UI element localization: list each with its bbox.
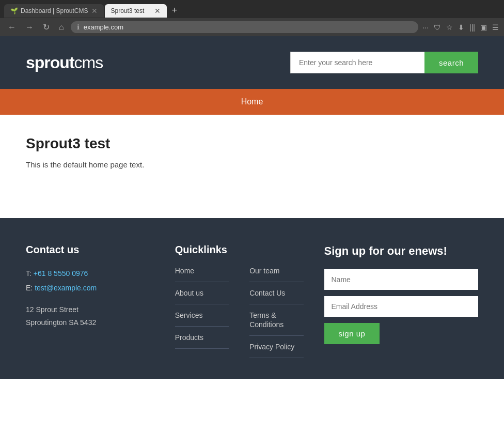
nav-home[interactable]: Home bbox=[241, 97, 263, 106]
list-item: Privacy Policy bbox=[249, 342, 303, 358]
address-line1: 12 Sprout Street bbox=[26, 303, 154, 316]
site-logo: sproutcms bbox=[26, 53, 103, 72]
list-item: Contact Us bbox=[249, 288, 303, 304]
site-nav: Home bbox=[0, 89, 504, 115]
refresh-button[interactable]: ↻ bbox=[40, 21, 52, 33]
footer-contact: Contact us T: +61 8 5550 0976 E: test@ex… bbox=[26, 244, 154, 358]
address-line2: Sproutington SA 5432 bbox=[26, 316, 154, 329]
tab-sprout3[interactable]: Sprout3 test ✕ bbox=[105, 4, 167, 18]
signup-button[interactable]: sign up bbox=[324, 323, 380, 344]
browser-toolbar: ← → ↻ ⌂ ℹ ··· 🛡 ☆ ⬇ ||| ▣ ☰ bbox=[0, 18, 504, 36]
quicklinks-col2: Our team Contact Us Terms & Conditions P… bbox=[249, 266, 303, 358]
list-item: Home bbox=[175, 266, 229, 282]
quicklink-terms[interactable]: Terms & Conditions bbox=[249, 311, 284, 329]
signup-heading: Sign up for our enews! bbox=[324, 244, 479, 259]
address-bar: ℹ bbox=[71, 21, 419, 33]
logo-cms: cms bbox=[74, 53, 103, 72]
website: sproutcms search Home Sprout3 test This … bbox=[0, 36, 504, 379]
tab-close-icon[interactable]: ✕ bbox=[91, 7, 98, 14]
pocket-icon[interactable]: 🛡 bbox=[434, 23, 441, 32]
quicklinks-col1: Home About us Services Products bbox=[175, 266, 229, 358]
library-icon[interactable]: ||| bbox=[469, 23, 475, 32]
quicklink-team[interactable]: Our team bbox=[249, 267, 279, 275]
list-item: About us bbox=[175, 288, 229, 304]
list-item: Terms & Conditions bbox=[249, 311, 303, 336]
footer-quicklinks: Quicklinks Home About us Services Produc… bbox=[175, 244, 304, 358]
phone-label: T: bbox=[26, 269, 32, 278]
menu-icon[interactable]: ☰ bbox=[492, 23, 499, 32]
tab-favicon: 🌱 bbox=[10, 7, 18, 14]
quicklinks-list2: Our team Contact Us Terms & Conditions P… bbox=[249, 266, 303, 358]
tab-close-active-icon[interactable]: ✕ bbox=[154, 7, 161, 14]
toolbar-actions: ··· 🛡 ☆ ⬇ ||| ▣ ☰ bbox=[422, 23, 499, 32]
new-tab-button[interactable]: + bbox=[168, 3, 182, 18]
tab-title: Dashboard | SproutCMS bbox=[21, 7, 88, 14]
email-link[interactable]: test@example.com bbox=[35, 284, 97, 292]
signup-name-input[interactable] bbox=[324, 269, 479, 290]
quicklink-services[interactable]: Services bbox=[175, 311, 203, 319]
browser-chrome: 🌱 Dashboard | SproutCMS ✕ Sprout3 test ✕… bbox=[0, 0, 504, 36]
search-input[interactable] bbox=[290, 52, 424, 73]
page-title: Sprout3 test bbox=[26, 135, 478, 152]
tab-dashboard[interactable]: 🌱 Dashboard | SproutCMS ✕ bbox=[4, 4, 104, 18]
list-item: Services bbox=[175, 311, 229, 327]
quicklink-privacy[interactable]: Privacy Policy bbox=[249, 343, 294, 351]
quicklink-about[interactable]: About us bbox=[175, 289, 203, 297]
contact-address: 12 Sprout Street Sproutington SA 5432 bbox=[26, 303, 154, 329]
quicklinks-cols: Home About us Services Products Our team… bbox=[175, 266, 304, 358]
forward-button[interactable]: → bbox=[23, 22, 36, 33]
info-icon: ℹ bbox=[77, 23, 80, 31]
browser-tabs: 🌱 Dashboard | SproutCMS ✕ Sprout3 test ✕… bbox=[0, 0, 504, 18]
quicklink-home[interactable]: Home bbox=[175, 267, 194, 275]
list-item: Products bbox=[175, 333, 229, 349]
contact-heading: Contact us bbox=[26, 244, 154, 256]
quicklink-products[interactable]: Products bbox=[175, 333, 203, 342]
footer-signup: Sign up for our enews! sign up bbox=[324, 244, 479, 358]
contact-phone: T: +61 8 5550 0976 bbox=[26, 266, 154, 281]
bookmark-icon[interactable]: ☆ bbox=[446, 23, 453, 32]
search-area: search bbox=[290, 52, 478, 73]
address-input[interactable] bbox=[84, 23, 413, 31]
phone-link[interactable]: +61 8 5550 0976 bbox=[34, 269, 88, 278]
email-label: E: bbox=[26, 284, 33, 292]
more-icon[interactable]: ··· bbox=[422, 23, 429, 32]
quicklinks-list1: Home About us Services Products bbox=[175, 266, 229, 349]
quicklinks-heading: Quicklinks bbox=[175, 244, 304, 256]
site-header: sproutcms search bbox=[0, 36, 504, 89]
logo-sprout: sprout bbox=[26, 53, 74, 72]
download-icon: ⬇ bbox=[458, 23, 464, 32]
contact-email: E: test@example.com bbox=[26, 281, 154, 295]
main-content: Sprout3 test This is the default home pa… bbox=[0, 115, 504, 218]
contact-info: T: +61 8 5550 0976 E: test@example.com bbox=[26, 266, 154, 295]
site-footer: Contact us T: +61 8 5550 0976 E: test@ex… bbox=[0, 218, 504, 379]
back-button[interactable]: ← bbox=[5, 22, 19, 33]
quicklink-contact[interactable]: Contact Us bbox=[249, 289, 285, 297]
home-button[interactable]: ⌂ bbox=[56, 22, 67, 33]
list-item: Our team bbox=[249, 266, 303, 282]
tab-title-active: Sprout3 test bbox=[111, 7, 151, 14]
signup-email-input[interactable] bbox=[324, 296, 479, 317]
search-button[interactable]: search bbox=[424, 52, 478, 73]
page-body: This is the default home page text. bbox=[26, 160, 478, 169]
sidebar-icon[interactable]: ▣ bbox=[480, 23, 487, 32]
